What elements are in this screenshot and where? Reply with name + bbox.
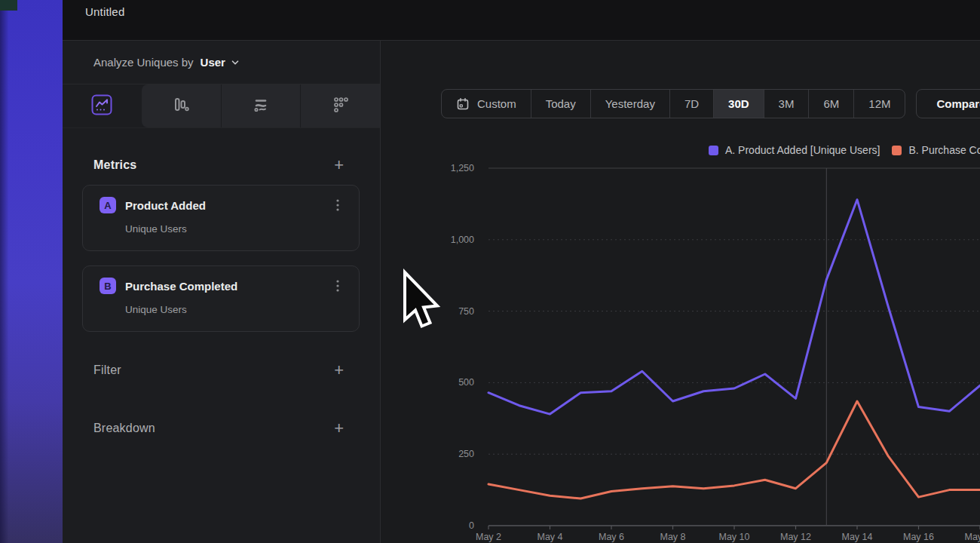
funnel-bars-icon — [171, 95, 191, 118]
legend-swatch-a — [709, 146, 718, 155]
range-label: Today — [546, 97, 576, 110]
range-label: 30D — [728, 97, 749, 110]
tab-flow[interactable] — [221, 84, 301, 127]
top-bar: Untitled — [63, 0, 980, 41]
legend-item-b[interactable]: B. Purchase Completed [Unique Users] — [892, 144, 980, 156]
flow-icon — [250, 94, 271, 118]
metric-measure[interactable]: Unique Users — [125, 223, 342, 235]
metric-card-purchase-completed[interactable]: B Purchase Completed Unique Users — [82, 265, 360, 332]
left-gradient-strip — [0, 0, 63, 543]
legend-label-b: B. Purchase Completed [Unique Users] — [908, 144, 980, 156]
chart-panel: Custom Today Yesterday 7D 30D 3M 6M 12M … — [381, 41, 980, 543]
date-range-segmented-control: Custom Today Yesterday 7D 30D 3M 6M 12M — [441, 89, 905, 118]
compare-button[interactable]: Compare — [916, 89, 980, 118]
add-breakdown-button[interactable]: + — [334, 420, 344, 437]
metric-badge-b: B — [100, 278, 116, 294]
dot-grid-icon — [331, 95, 351, 118]
add-metric-button[interactable]: + — [334, 157, 344, 173]
metric-measure[interactable]: Unique Users — [125, 304, 342, 315]
calendar-icon — [456, 97, 470, 111]
range-7d[interactable]: 7D — [669, 90, 713, 118]
breakdown-section-header: Breakdown + — [63, 420, 380, 437]
date-range-bar: Custom Today Yesterday 7D 30D 3M 6M 12M … — [441, 89, 980, 118]
filter-title: Filter — [93, 364, 121, 377]
query-sidebar: Analyze Uniques by User — [63, 41, 381, 543]
range-label: 6M — [823, 97, 839, 110]
range-label: Custom — [477, 97, 516, 110]
corner-accent — [0, 0, 17, 11]
range-yesterday[interactable]: Yesterday — [590, 90, 669, 118]
metric-badge-a: A — [100, 197, 116, 213]
chart-type-tab-group — [142, 84, 380, 127]
chart-legend: A. Product Added [Unique Users] B. Purch… — [709, 144, 980, 156]
range-label: Yesterday — [605, 97, 655, 110]
range-30d[interactable]: 30D — [713, 90, 764, 118]
add-filter-button[interactable]: + — [334, 362, 344, 379]
range-label: 12M — [868, 97, 890, 110]
chart-type-tabs — [63, 84, 380, 128]
report-title[interactable]: Untitled — [85, 5, 124, 18]
range-today[interactable]: Today — [531, 90, 590, 118]
analyze-uniques-row: Analyze Uniques by User — [63, 41, 380, 84]
legend-swatch-b — [892, 146, 902, 155]
range-12m[interactable]: 12M — [853, 90, 905, 118]
range-label: 7D — [684, 97, 699, 110]
metric-options-icon[interactable] — [333, 198, 342, 213]
analyze-by-dropdown[interactable]: User — [201, 56, 225, 69]
legend-item-a[interactable]: A. Product Added [Unique Users] — [709, 144, 880, 156]
tab-dot-grid[interactable] — [300, 84, 380, 127]
range-3m[interactable]: 3M — [764, 90, 809, 118]
metrics-section-header: Metrics + — [63, 157, 380, 173]
tab-funnel[interactable] — [142, 84, 221, 127]
analytics-app-window: Untitled Analyze Uniques by User — [0, 0, 980, 543]
metric-name: Product Added — [125, 199, 333, 212]
filter-section-header: Filter + — [63, 362, 380, 379]
breakdown-title: Breakdown — [93, 422, 155, 435]
line-chart-icon — [91, 94, 112, 118]
range-label: 3M — [779, 97, 795, 110]
legend-label-a: A. Product Added [Unique Users] — [725, 144, 880, 156]
tab-line-chart[interactable] — [63, 84, 142, 127]
range-custom[interactable]: Custom — [442, 90, 531, 118]
range-6m[interactable]: 6M — [808, 90, 853, 118]
chevron-down-icon[interactable] — [231, 58, 240, 67]
analyze-label: Analyze Uniques by — [93, 56, 194, 69]
metrics-title: Metrics — [93, 158, 136, 172]
metric-name: Purchase Completed — [125, 280, 333, 293]
metric-options-icon[interactable] — [333, 278, 342, 293]
metric-card-product-added[interactable]: A Product Added Unique Users — [82, 185, 360, 251]
